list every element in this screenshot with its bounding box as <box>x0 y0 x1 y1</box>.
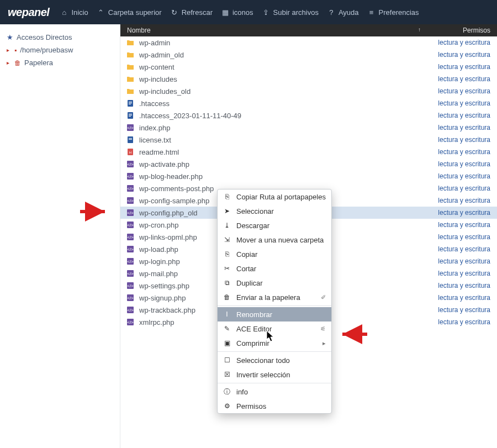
file-perms: lectura y escritura <box>424 160 490 168</box>
file-perms: lectura y escritura <box>424 221 490 229</box>
ctx-label: Cortar <box>236 265 256 273</box>
col-name[interactable]: Nombre↑ <box>120 27 425 34</box>
sidebar-item[interactable]: ▸▪/home/pruebasw <box>6 44 114 56</box>
svg-text:</>: </> <box>127 198 134 203</box>
code-icon: </> <box>126 160 135 168</box>
file-row[interactable]: wp-admin_oldlectura y escritura <box>120 49 497 61</box>
ctx-edit[interactable]: ✎ACE Editor⚟ <box>218 321 331 336</box>
file-row[interactable]: Hreadme.htmllectura y escritura <box>120 146 497 158</box>
svg-text:</>: </> <box>127 223 134 228</box>
ctx-rename[interactable]: IRenombrar <box>218 307 331 321</box>
file-row[interactable]: </>wp-activate.phplectura y escritura <box>120 158 497 170</box>
file-name: wp-includes <box>139 75 424 83</box>
toolbar-grid[interactable]: ▦iconos <box>221 8 253 17</box>
txt-icon <box>126 99 135 107</box>
code-icon: </> <box>126 209 135 217</box>
ctx-pointer[interactable]: ➤Seleccionar <box>218 204 331 218</box>
sidebar-favorites[interactable]: ★ Accesos Directos <box>6 31 114 44</box>
toolbar-prefs[interactable]: ≡Preferencias <box>368 8 419 17</box>
ctx-trash[interactable]: 🗑Enviar a la papelera✐ <box>218 290 331 304</box>
ctx-separator <box>218 383 331 383</box>
svg-text:</>: </> <box>127 235 134 240</box>
svg-text:</>: </> <box>127 320 134 325</box>
ctx-label: Mover a una nueva carpeta <box>236 236 324 244</box>
ctx-label: Permisos <box>236 402 266 410</box>
ctx-dup[interactable]: ⧉Duplicar <box>218 276 331 290</box>
ctx-dl[interactable]: ⤓Descargar <box>218 218 331 233</box>
file-row[interactable]: wp-contentlectura y escritura <box>120 61 497 73</box>
caret-icon: ▸ <box>7 47 11 53</box>
folder-icon <box>126 51 135 59</box>
file-row[interactable]: wp-includes_oldlectura y escritura <box>120 85 497 97</box>
ctx-perms[interactable]: ⚙Permisos <box>218 399 331 413</box>
ctx-invsel[interactable]: ☒Invertir selección <box>218 367 331 382</box>
ctx-move[interactable]: ⇲Mover a una nueva carpeta <box>218 233 331 247</box>
file-row[interactable]: .htaccesslectura y escritura <box>120 97 497 109</box>
code-icon: </> <box>126 172 135 180</box>
file-row[interactable]: </>wp-blog-header.phplectura y escritura <box>120 170 497 182</box>
ctx-label: Enviar a la papelera <box>236 293 300 302</box>
lic-icon <box>126 136 135 144</box>
file-perms: lectura y escritura <box>424 99 490 107</box>
code-icon: </> <box>126 257 135 265</box>
toolbar-help[interactable]: ?Ayuda <box>327 8 359 17</box>
file-row[interactable]: wp-includeslectura y escritura <box>120 73 497 85</box>
file-name: index.php <box>139 124 424 132</box>
file-perms: lectura y escritura <box>424 39 490 46</box>
ctx-clip[interactable]: ⎘Copiar Ruta al portapapeles <box>218 189 331 204</box>
sidebar-item[interactable]: ▸🗑Papelera <box>6 56 114 69</box>
file-name: wp-admin_old <box>139 51 424 59</box>
file-row[interactable]: </>index.phplectura y escritura <box>120 122 497 134</box>
col-perms[interactable]: Permisos <box>425 27 497 34</box>
file-perms: lectura y escritura <box>424 148 490 156</box>
svg-rect-5 <box>129 114 132 114</box>
toolbar-home[interactable]: ⌂Inicio <box>60 8 88 17</box>
code-icon: </> <box>126 318 135 326</box>
ctx-label: ACE Editor <box>236 325 272 333</box>
file-perms: lectura y escritura <box>424 209 490 217</box>
folder-icon <box>126 87 135 95</box>
toolbar-up[interactable]: ⌃Carpeta superior <box>97 8 162 17</box>
ctx-zip[interactable]: ▣Comprimir▸ <box>218 336 331 350</box>
ctx-right-icon: ⚟ <box>320 325 326 333</box>
caret-icon: ▸ <box>7 60 11 66</box>
folder-icon <box>126 63 135 71</box>
code-icon: </> <box>126 294 135 302</box>
svg-text:</>: </> <box>127 308 134 313</box>
file-row[interactable]: wp-adminlectura y escritura <box>120 36 497 49</box>
info-icon: ⓘ <box>223 387 231 397</box>
file-perms: lectura y escritura <box>424 63 490 71</box>
code-icon: </> <box>126 233 135 241</box>
up-icon: ⌃ <box>97 8 105 16</box>
file-perms: lectura y escritura <box>424 245 490 253</box>
svg-rect-6 <box>129 115 132 115</box>
top-toolbar: wepanel ⌂Inicio⌃Carpeta superior↻Refresc… <box>0 0 497 24</box>
ctx-label: Renombrar <box>236 310 272 319</box>
svg-text:</>: </> <box>127 210 134 215</box>
svg-rect-11 <box>129 138 132 139</box>
svg-text:</>: </> <box>127 162 134 167</box>
file-row[interactable]: license.txtlectura y escritura <box>120 134 497 146</box>
svg-text:</>: </> <box>127 247 134 252</box>
file-perms: lectura y escritura <box>424 136 490 144</box>
toolbar-upload[interactable]: ⇪Subir archivos <box>262 8 319 17</box>
annotation-arrow-right <box>337 326 370 342</box>
file-perms: lectura y escritura <box>424 172 490 180</box>
ctx-cut[interactable]: ✂Cortar <box>218 261 331 276</box>
ctx-right-icon: ✐ <box>321 294 326 301</box>
clip-icon: ⎘ <box>223 193 231 201</box>
file-row[interactable]: .htaccess_2023-01-11-11-40-49lectura y e… <box>120 109 497 122</box>
dl-icon: ⤓ <box>223 222 231 229</box>
ctx-copy[interactable]: ⎘Copiar <box>218 247 331 261</box>
file-perms: lectura y escritura <box>424 294 490 302</box>
ctx-right-icon: ▸ <box>322 340 326 347</box>
hdd-icon: ▪ <box>14 46 17 54</box>
file-perms: lectura y escritura <box>424 318 490 326</box>
svg-rect-12 <box>129 139 132 140</box>
toolbar-refresh[interactable]: ↻Refrescar <box>171 8 213 17</box>
ctx-selall[interactable]: ☐Seleccionar todo <box>218 353 331 367</box>
ctx-info[interactable]: ⓘinfo <box>218 384 331 399</box>
ctx-label: Copiar <box>236 250 257 259</box>
sidebar-item-label: Papelera <box>24 59 53 67</box>
svg-text:H: H <box>129 151 131 154</box>
